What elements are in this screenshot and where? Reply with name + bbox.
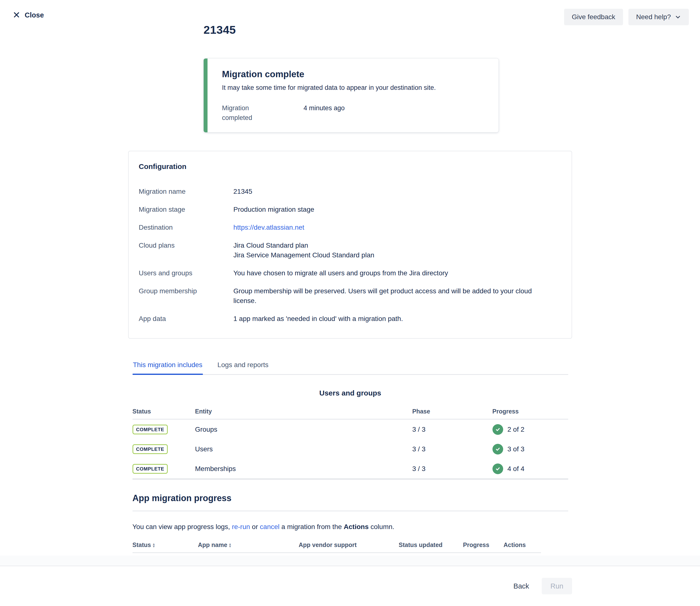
- config-value: 1 app marked as 'needed in cloud' with a…: [234, 314, 403, 324]
- config-value: Production migration stage: [234, 205, 314, 214]
- top-bar: ✕ Close Give feedback Need help?: [0, 0, 700, 23]
- cancel-link[interactable]: cancel: [260, 523, 280, 531]
- phase-cell: 3 / 3: [412, 465, 492, 473]
- tab-this-migration-includes[interactable]: This migration includes: [132, 361, 203, 374]
- status-card-subtitle: It may take some time for migrated data …: [222, 83, 484, 93]
- config-value: Group membership will be preserved. User…: [234, 286, 552, 306]
- config-label: Migration stage: [139, 205, 234, 214]
- entity-cell: Groups: [195, 426, 412, 434]
- page-title: 21345: [203, 23, 572, 37]
- config-row-migration-name: Migration name 21345: [139, 187, 561, 196]
- col-status-sortable[interactable]: Status ▴▾: [132, 541, 198, 549]
- desc-text: You can view app progress logs,: [132, 523, 232, 531]
- give-feedback-label: Give feedback: [572, 13, 615, 21]
- cloud-plan-line-1: Jira Cloud Standard plan: [234, 241, 308, 249]
- check-circle-icon: [492, 444, 503, 454]
- config-value: 21345: [234, 187, 252, 196]
- config-label: Group membership: [139, 286, 234, 306]
- config-value: Jira Cloud Standard plan Jira Service Ma…: [234, 240, 375, 260]
- run-button[interactable]: Run: [542, 578, 572, 595]
- col-app-name-sortable[interactable]: App name ▴▾: [198, 541, 299, 549]
- config-row-destination: Destination https://dev.atlassian.net: [139, 223, 561, 232]
- sort-icon: ▴▾: [229, 543, 231, 547]
- table-row-memberships: COMPLETE Memberships 3 / 3 4 of 4: [132, 459, 568, 479]
- configuration-card: Configuration Migration name 21345 Migra…: [128, 151, 572, 339]
- phase-cell: 3 / 3: [412, 445, 492, 453]
- config-label: Users and groups: [139, 268, 234, 278]
- entity-cell: Memberships: [195, 465, 412, 473]
- tabs-section: This migration includes Logs and reports…: [132, 361, 568, 582]
- config-row-migration-stage: Migration stage Production migration sta…: [139, 205, 561, 214]
- app-migration-description: You can view app progress logs, re-run o…: [132, 522, 568, 532]
- actions-column-ref: Actions: [344, 523, 369, 531]
- app-table-header: Status ▴▾ App name ▴▾ App vendor support…: [132, 541, 541, 553]
- check-circle-icon: [492, 464, 503, 474]
- back-button[interactable]: Back: [509, 582, 533, 590]
- scroll-shadow-band: [0, 556, 700, 566]
- status-card-title: Migration complete: [222, 69, 484, 79]
- col-status: Status: [132, 408, 195, 415]
- header-actions: Give feedback Need help?: [564, 9, 689, 25]
- tab-list: This migration includes Logs and reports: [132, 361, 568, 375]
- status-badge: COMPLETE: [132, 464, 168, 474]
- col-entity: Entity: [195, 408, 412, 415]
- status-badge: COMPLETE: [132, 444, 168, 454]
- progress-cell: 2 of 2: [508, 426, 525, 434]
- main-content: 21345 Migration complete It may take som…: [128, 23, 572, 582]
- desc-text: or: [250, 523, 260, 531]
- config-label: Cloud plans: [139, 240, 234, 260]
- config-row-users-and-groups: Users and groups You have chosen to migr…: [139, 268, 561, 278]
- close-icon: ✕: [13, 10, 20, 20]
- success-accent-bar: [203, 59, 208, 132]
- app-migration-heading: App migration progress: [132, 493, 568, 511]
- col-phase: Phase: [412, 408, 492, 415]
- config-row-group-membership: Group membership Group membership will b…: [139, 286, 561, 306]
- destination-link[interactable]: https://dev.atlassian.net: [234, 223, 304, 232]
- config-label: Destination: [139, 223, 234, 232]
- configuration-heading: Configuration: [139, 162, 561, 171]
- progress-cell: 3 of 3: [508, 445, 525, 453]
- migration-completed-row: Migration completed 4 minutes ago: [222, 103, 484, 123]
- users-groups-table: Status Entity Phase Progress COMPLETE Gr…: [132, 408, 568, 480]
- desc-text: column.: [369, 523, 394, 531]
- desc-text: a migration from the: [280, 523, 344, 531]
- config-row-cloud-plans: Cloud plans Jira Cloud Standard plan Jir…: [139, 240, 561, 260]
- status-badge: COMPLETE: [132, 425, 168, 434]
- check-circle-icon: [492, 424, 503, 435]
- tab-logs-and-reports[interactable]: Logs and reports: [217, 361, 269, 374]
- rerun-link[interactable]: re-run: [232, 523, 250, 531]
- config-row-app-data: App data 1 app marked as 'needed in clou…: [139, 314, 561, 324]
- give-feedback-button[interactable]: Give feedback: [564, 9, 623, 25]
- sort-icon: ▴▾: [153, 543, 154, 547]
- col-app-vendor-support: App vendor support: [299, 541, 399, 549]
- entity-cell: Users: [195, 445, 412, 453]
- table-row-users: COMPLETE Users 3 / 3 3 of 3: [132, 439, 568, 459]
- col-progress: Progress: [492, 408, 568, 415]
- config-label: Migration name: [139, 187, 234, 196]
- footer-bar: Back Run: [0, 566, 700, 606]
- users-groups-title: Users and groups: [132, 389, 568, 397]
- close-label: Close: [25, 11, 44, 19]
- users-groups-table-header: Status Entity Phase Progress: [132, 408, 568, 420]
- col-actions: Actions: [504, 541, 541, 549]
- phase-cell: 3 / 3: [412, 426, 492, 434]
- chevron-down-icon: [675, 14, 681, 20]
- migration-complete-card: Migration complete It may take some time…: [203, 59, 499, 132]
- config-value: You have chosen to migrate all users and…: [234, 268, 448, 278]
- migration-completed-value: 4 minutes ago: [304, 103, 345, 123]
- migration-completed-label: Migration completed: [222, 103, 279, 123]
- need-help-button[interactable]: Need help?: [628, 9, 689, 25]
- close-button[interactable]: ✕ Close: [11, 10, 45, 20]
- col-progress: Progress: [463, 541, 504, 549]
- config-label: App data: [139, 314, 234, 324]
- table-row-groups: COMPLETE Groups 3 / 3 2 of 2: [132, 420, 568, 439]
- col-status-updated: Status updated: [399, 541, 463, 549]
- cloud-plan-line-2: Jira Service Management Cloud Standard p…: [234, 251, 375, 259]
- need-help-label: Need help?: [636, 13, 671, 21]
- progress-cell: 4 of 4: [508, 465, 525, 473]
